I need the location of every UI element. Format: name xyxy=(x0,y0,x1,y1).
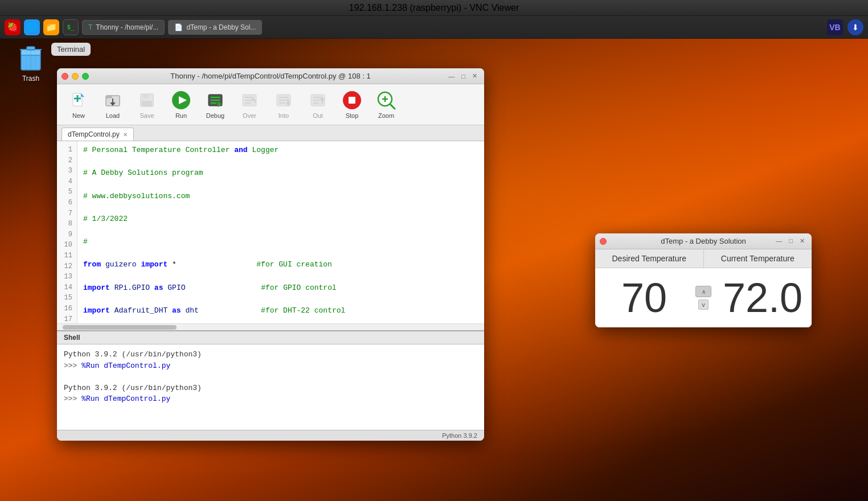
trash-icon[interactable]: Trash xyxy=(17,43,44,83)
tab-label: dTempControl.py xyxy=(68,130,120,138)
tab-close-button[interactable]: ✕ xyxy=(123,132,128,138)
load-icon xyxy=(103,90,123,110)
save-label: Save xyxy=(140,112,154,119)
run-button[interactable]: Run xyxy=(166,88,196,121)
dtemp-close-button[interactable] xyxy=(600,238,607,245)
new-button[interactable]: New xyxy=(64,88,93,121)
out-label: Out xyxy=(313,112,323,119)
debug-icon xyxy=(205,90,226,110)
temp-up-button[interactable]: ∧ xyxy=(695,286,711,297)
trash-icon-image xyxy=(17,43,44,72)
dtemp-minimize-icon[interactable]: — xyxy=(773,236,784,246)
dtemp-body: Desired Temperature Current Temperature … xyxy=(595,249,812,327)
stop-icon xyxy=(342,90,362,110)
vnc-download-icon: ⬇ xyxy=(847,19,863,35)
dtemp-taskbar-icon: 📄 xyxy=(174,23,183,31)
thonny-icon: T xyxy=(88,23,92,31)
current-temp-header: Current Temperature xyxy=(704,249,812,268)
svg-rect-41 xyxy=(349,97,355,104)
thonny-title: Thonny - /home/pi/dTempControl/dTempCont… xyxy=(57,72,484,80)
browser-icon[interactable]: 🌐 xyxy=(24,19,40,35)
debug-label: Debug xyxy=(206,112,224,119)
shell-line-2: >>> %Run dTempControl.py xyxy=(64,360,477,372)
dtemp-window: dTemp - a Debby Solution — □ ✕ Desired T… xyxy=(595,233,812,327)
new-icon xyxy=(68,90,89,110)
out-button[interactable]: Out xyxy=(303,88,333,121)
stop-button[interactable]: Stop xyxy=(337,88,367,121)
thonny-window: Thonny - /home/pi/dTempControl/dTempCont… xyxy=(57,68,484,441)
files-icon[interactable]: 📁 xyxy=(43,19,59,35)
over-label: Over xyxy=(243,112,256,119)
line-numbers: 12345 678910 1112131415 16171819 xyxy=(57,141,77,323)
zoom-button[interactable]: Zoom xyxy=(371,88,401,121)
dtemp-window-label: dTemp - a Debby Sol... xyxy=(186,23,256,31)
debug-button[interactable]: Debug xyxy=(200,88,230,121)
into-label: Into xyxy=(279,112,289,119)
thonny-toolbar: New Load Save xyxy=(57,84,484,125)
over-icon xyxy=(239,90,260,110)
status-bar: Python 3.9.2 xyxy=(57,430,484,441)
taskbar-thonny-button[interactable]: T Thonny - /home/pi/... xyxy=(82,20,165,35)
into-icon xyxy=(273,90,294,110)
dtemp-window-controls xyxy=(600,238,607,245)
title-minimize-icon[interactable]: — xyxy=(446,72,457,81)
desired-temp-value: 70 xyxy=(595,268,693,327)
dtemp-values: 70 ∧ v 72.0 xyxy=(595,268,812,327)
taskbar: 🍓 🌐 📁 $_ T Thonny - /home/pi/... 📄 dTemp… xyxy=(0,16,868,39)
shell-line-4: >>> %Run dTempControl.py xyxy=(64,393,477,405)
thonny-title-buttons: — □ ✕ xyxy=(446,71,480,81)
vnc-title: 192.168.1.238 (raspberrypi) - VNC Viewer xyxy=(349,3,519,13)
zoom-icon xyxy=(376,90,396,110)
load-label: Load xyxy=(106,112,120,119)
shell-section: Shell Python 3.9.2 (/usr/bin/python3) >>… xyxy=(57,330,484,430)
svg-line-43 xyxy=(390,104,395,109)
svg-marker-10 xyxy=(81,93,84,97)
dtemp-restore-icon[interactable]: □ xyxy=(787,236,795,246)
file-tab[interactable]: dTempControl.py ✕ xyxy=(62,128,134,141)
terminal-icon[interactable]: $_ xyxy=(63,19,79,35)
dtemp-controls: ∧ v xyxy=(693,286,714,310)
shell-line-1: Python 3.9.2 (/usr/bin/python3) xyxy=(64,349,477,360)
over-button[interactable]: Over xyxy=(235,88,264,121)
shell-tab[interactable]: Shell xyxy=(57,331,484,344)
load-button[interactable]: Load xyxy=(98,88,128,121)
taskbar-dtemp-button[interactable]: 📄 dTemp - a Debby Sol... xyxy=(168,20,262,35)
run-icon xyxy=(171,90,191,110)
new-label: New xyxy=(72,112,85,119)
run-label: Run xyxy=(175,112,187,119)
save-icon xyxy=(137,90,157,110)
save-button[interactable]: Save xyxy=(132,88,162,121)
into-button[interactable]: Into xyxy=(269,88,298,121)
hscroll-thumb[interactable] xyxy=(63,325,177,330)
dtemp-close-icon[interactable]: ✕ xyxy=(797,236,807,246)
code-hscrollbar[interactable] xyxy=(57,323,484,330)
thonny-tabs: dTempControl.py ✕ xyxy=(57,125,484,141)
svg-rect-15 xyxy=(143,94,149,98)
shell-blank-1 xyxy=(64,371,477,383)
title-close-icon[interactable]: ✕ xyxy=(470,71,480,81)
python-version: Python 3.9.2 xyxy=(442,432,477,439)
dtemp-column-headers: Desired Temperature Current Temperature xyxy=(595,249,812,268)
thonny-titlebar: Thonny - /home/pi/dTempControl/dTempCont… xyxy=(57,68,484,84)
shell-content[interactable]: Python 3.9.2 (/usr/bin/python3) >>> %Run… xyxy=(57,344,484,430)
desired-temp-header: Desired Temperature xyxy=(595,249,704,268)
code-content[interactable]: # Personal Temperature Controller and Lo… xyxy=(77,141,484,323)
vnc-icon: VB xyxy=(827,19,843,35)
trash-label: Trash xyxy=(22,75,39,83)
title-restore-icon[interactable]: □ xyxy=(459,72,468,81)
terminal-window-button[interactable]: Terminal xyxy=(51,43,91,56)
raspberry-icon[interactable]: 🍓 xyxy=(5,19,21,35)
current-temp-value: 72.0 xyxy=(714,268,812,327)
dtemp-title-buttons: — □ ✕ xyxy=(773,236,807,246)
thonny-window-label: Thonny - /home/pi/... xyxy=(96,23,158,31)
code-editor[interactable]: 12345 678910 1112131415 16171819 # Perso… xyxy=(57,141,484,323)
out-icon xyxy=(308,90,328,110)
shell-line-3: Python 3.9.2 (/usr/bin/python3) xyxy=(64,383,477,394)
stop-label: Stop xyxy=(346,112,359,119)
zoom-label: Zoom xyxy=(378,112,394,119)
v-label: v xyxy=(698,299,709,310)
vnc-titlebar: 192.168.1.238 (raspberrypi) - VNC Viewer xyxy=(0,0,868,16)
dtemp-titlebar: dTemp - a Debby Solution — □ ✕ xyxy=(595,233,812,249)
svg-rect-16 xyxy=(142,101,152,106)
